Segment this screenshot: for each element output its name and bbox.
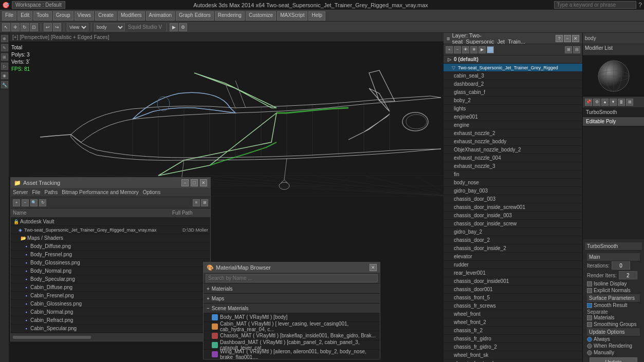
mod-config-btn[interactable]: ⚙ xyxy=(593,99,600,106)
ts-surface-section[interactable]: Surface Parameters xyxy=(587,294,640,302)
asset-cabin-diffuse[interactable]: ▪Cabin_Diffuse.png xyxy=(11,283,210,292)
layer-item-wheel_front_sk[interactable]: wheel_front_sk xyxy=(444,351,582,359)
layer-item-gidro_bay_2[interactable]: gidro_bay_2 xyxy=(444,228,582,236)
mat-materials-header[interactable]: + Materials xyxy=(204,284,380,293)
help-icon[interactable]: ? xyxy=(638,2,642,9)
sidebar-modify[interactable]: ✎ xyxy=(1,44,8,51)
layer-item-dashboard_2[interactable]: dashboard_2 xyxy=(444,80,582,88)
menu-modifiers[interactable]: Modifiers xyxy=(118,11,145,21)
search-input[interactable] xyxy=(554,1,636,9)
ts-update-btn[interactable]: Update xyxy=(590,357,637,362)
layers-expand[interactable]: ⊞ xyxy=(565,46,572,53)
menu-group[interactable]: Group xyxy=(53,11,73,21)
asset-body-normal[interactable]: ▪Body_Normal.png xyxy=(11,267,210,275)
modifier-turbosmooth[interactable]: TurboSmooth xyxy=(583,108,644,117)
asset-menu-options[interactable]: Options xyxy=(143,189,160,195)
asset-body-diffuse[interactable]: ▪Body_Diffuse.png xyxy=(11,242,210,251)
ts-explicit-check[interactable] xyxy=(587,288,592,293)
layers-close-btn[interactable]: ✕ xyxy=(572,35,579,42)
layers-color[interactable]: □ xyxy=(487,46,494,53)
layer-item-chassis_door_inside_screw[interactable]: chassis_door_inside_screw xyxy=(444,220,582,228)
layers-help-btn[interactable]: ? xyxy=(556,35,563,42)
asset-cabin-specular[interactable]: ▪Cabin_Specular.png xyxy=(11,325,210,333)
ts-manually-radio[interactable] xyxy=(587,350,592,355)
layers-freeze[interactable]: ❄ xyxy=(470,46,477,53)
layer-item-fin[interactable]: fin xyxy=(444,170,582,179)
layer-item-chassis_fr_gidro_2[interactable]: chassis_fr_gidro_2 xyxy=(444,343,582,351)
layer-item-chassis_door_inside001[interactable]: chassis_door_inside001 xyxy=(444,277,582,285)
menu-customize[interactable]: Customize xyxy=(246,11,276,21)
layer-item-chassis_door_2[interactable]: chassis_door_2 xyxy=(444,236,582,244)
sidebar-utilities[interactable]: 🔧 xyxy=(1,81,8,88)
layer-item-chassis_fr_gidro[interactable]: chassis_fr_gidro xyxy=(444,335,582,343)
layer-item-boby_2[interactable]: boby_2 xyxy=(444,97,582,105)
asset-list-view[interactable]: ≡ xyxy=(193,199,200,206)
layer-item-rudder[interactable]: rudder xyxy=(444,261,582,269)
asset-max-btn[interactable]: □ xyxy=(191,179,198,186)
menu-edit[interactable]: Edit xyxy=(17,11,32,21)
mod-trash-btn[interactable]: 🗑 xyxy=(618,99,625,106)
menu-graph-editors[interactable]: Graph Editors xyxy=(176,11,214,21)
ts-when-rendering-radio[interactable] xyxy=(587,344,592,349)
move-tool[interactable]: ✛ xyxy=(11,23,20,31)
asset-new-btn[interactable]: + xyxy=(13,199,20,206)
asset-menu-bitmap[interactable]: Bitmap Performance and Memory xyxy=(62,189,139,195)
ts-materials-check[interactable] xyxy=(587,315,592,320)
layer-default[interactable]: ▷ 0 (default) xyxy=(444,55,582,64)
select-tool[interactable]: ↖ xyxy=(2,23,10,31)
rotate-tool[interactable]: ↻ xyxy=(21,23,29,31)
workspace-selector[interactable]: Workspace : Default xyxy=(12,1,65,9)
layer-item-glass_cabin_f[interactable]: glass_cabin_f xyxy=(444,88,582,97)
mat-scene-header[interactable]: − Scene Materials xyxy=(204,303,380,313)
layer-group-main[interactable]: ▽ Two-seat_Supersonic_Jet_Trainer_Grey_R… xyxy=(444,64,582,72)
body-selector[interactable]: body xyxy=(94,23,125,31)
ts-always-radio[interactable] xyxy=(587,337,592,342)
menu-file[interactable]: File xyxy=(2,11,16,21)
layer-item-lights[interactable]: lights xyxy=(444,105,582,113)
asset-body-specular[interactable]: ▪Body_Specular.png xyxy=(11,275,210,283)
layer-item-rear_lever001[interactable]: rear_lever001 xyxy=(444,269,582,277)
menu-views[interactable]: Views xyxy=(75,11,95,21)
asset-body-fresnel[interactable]: ▪Body_Fresnel.png xyxy=(11,251,210,259)
asset-body-glossiness[interactable]: ▪Body_Glossiness.png xyxy=(11,259,210,267)
layers-delete[interactable]: − xyxy=(454,46,461,53)
menu-tools[interactable]: Tools xyxy=(33,11,51,21)
sidebar-hierarchy[interactable]: ⊞ xyxy=(1,53,8,61)
layer-item-body_nose[interactable]: body_nose xyxy=(444,179,582,187)
ts-smoothing-check[interactable] xyxy=(587,322,592,327)
sidebar-create[interactable]: ⊕ xyxy=(1,35,8,42)
asset-close-btn[interactable]: ✕ xyxy=(200,179,207,186)
asset-cabin-glossiness[interactable]: ▪Cabin_Glossiness.png xyxy=(11,300,210,308)
asset-hscrollbar[interactable] xyxy=(13,336,91,339)
layer-item-objexhaust[interactable]: ObjeXhaust_nozzle_boddy_2 xyxy=(444,146,582,154)
asset-icon-view[interactable]: ⊞ xyxy=(201,199,208,206)
layer-item-chassis_door_inside_2[interactable]: chassis_door_inside_2 xyxy=(444,244,582,253)
asset-maps-folder[interactable]: 📂 Maps / Shaders xyxy=(11,234,210,242)
asset-cabin-fresnel[interactable]: ▪Cabin_Fresnel.png xyxy=(11,292,210,300)
viewport-header[interactable]: [+] [Perspective] [Realistic + Edged Fac… xyxy=(9,33,444,42)
undo-tool[interactable]: ↩ xyxy=(44,23,52,31)
mod-pin-btn[interactable]: 📌 xyxy=(585,99,592,106)
mat-search-input[interactable] xyxy=(206,274,378,282)
layer-item-wheel_front[interactable]: wheel_front xyxy=(444,310,582,318)
layer-item-chassis_fr_screws[interactable]: chassis_fr_screws xyxy=(444,302,582,310)
layer-item-exhaust_nozzle_2[interactable]: exhaust_nozzle_2 xyxy=(444,129,582,138)
mod-grid-btn[interactable]: ⊞ xyxy=(626,99,633,106)
asset-max-file[interactable]: ◈ Two-seat_Supersonic_Jet_Trainer_Grey_R… xyxy=(11,226,210,234)
menu-help[interactable]: Help xyxy=(308,11,325,21)
menu-maxscript[interactable]: MAXScript xyxy=(277,11,307,21)
mat-item-cabin[interactable]: Cabin_MAT ( VRayMtl ) [ lever_casing, le… xyxy=(204,322,380,331)
layer-item-exhaust3[interactable]: exhaust_nozzle_3 xyxy=(444,162,582,170)
ts-update-section[interactable]: Update Options xyxy=(587,328,640,336)
layers-hide[interactable]: 👁 xyxy=(462,46,469,53)
layer-item-exhaust004[interactable]: exhaust_nozzle_004 xyxy=(444,154,582,162)
asset-menu-file[interactable]: File xyxy=(32,189,40,195)
render-btn[interactable]: ▶ xyxy=(170,23,178,31)
ts-section-title[interactable]: TurboSmooth xyxy=(585,242,642,251)
layers-collapse[interactable]: ⊟ xyxy=(573,46,580,53)
layer-item-chassis_front_5[interactable]: chassis_front_5 xyxy=(444,294,582,302)
layer-item-chassis_front_cab[interactable]: chassis_front_cab xyxy=(444,359,582,362)
ts-iter-input[interactable] xyxy=(612,261,630,270)
layer-item-chassis_door_003[interactable]: chassis_door_003 xyxy=(444,195,582,203)
ts-isoline-check[interactable] xyxy=(587,281,592,287)
